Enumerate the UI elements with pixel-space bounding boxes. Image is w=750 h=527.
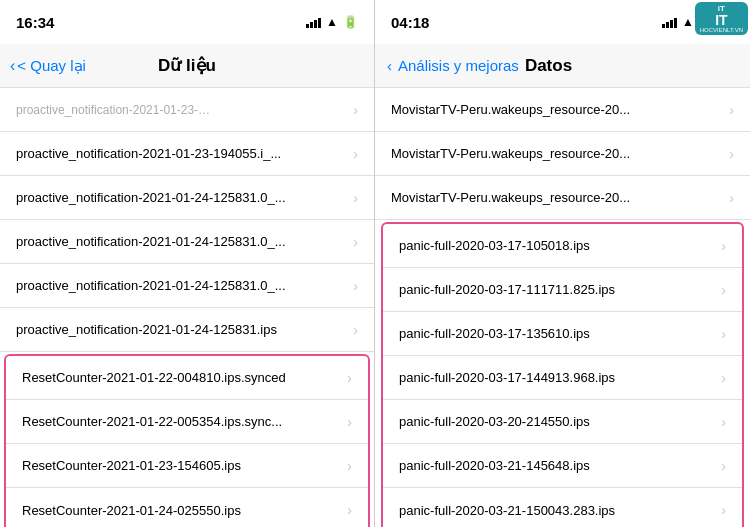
list-item-highlighted[interactable]: panic-full-2020-03-17-111711.825.ips › bbox=[383, 268, 742, 312]
list-item-text: proactive_notification-2021-01-23-194055… bbox=[16, 146, 347, 161]
list-item-text: panic-full-2020-03-20-214550.ips bbox=[399, 414, 715, 429]
list-item[interactable]: proactive_notification-2021-01-24-125831… bbox=[0, 176, 374, 220]
watermark-logo: IT bbox=[715, 13, 727, 27]
chevron-right-icon: › bbox=[721, 502, 726, 518]
chevron-left-icon-left: ‹ bbox=[10, 57, 15, 75]
list-item-highlighted[interactable]: panic-full-2020-03-17-144913.968.ips › bbox=[383, 356, 742, 400]
chevron-right-icon: › bbox=[347, 414, 352, 430]
signal-icon-left bbox=[306, 16, 321, 28]
battery-icon-left: 🔋 bbox=[343, 15, 358, 29]
list-item-text: ResetCounter-2021-01-24-025550.ips bbox=[22, 503, 341, 518]
chevron-right-icon: › bbox=[353, 190, 358, 206]
list-item-text: proactive_notification-2021-01-24-125831… bbox=[16, 322, 347, 337]
list-item-highlighted[interactable]: ResetCounter-2021-01-23-154605.ips › bbox=[6, 444, 368, 488]
right-panel: iT IT HOCVIENLT.VN 04:18 ▲ ⚡ 🔋 ‹ Análisi… bbox=[375, 0, 750, 527]
list-item-text: panic-full-2020-03-17-144913.968.ips bbox=[399, 370, 715, 385]
chevron-right-icon: › bbox=[729, 102, 734, 118]
wifi-icon-left: ▲ bbox=[326, 15, 338, 29]
chevron-right-icon: › bbox=[721, 414, 726, 430]
status-bar-right: 04:18 ▲ ⚡ 🔋 bbox=[375, 0, 750, 44]
status-time-right: 04:18 bbox=[391, 14, 429, 31]
nav-title-left: Dữ liệu bbox=[158, 55, 216, 76]
list-item-text: panic-full-2020-03-17-135610.ips bbox=[399, 326, 715, 341]
chevron-left-icon-right: ‹ bbox=[387, 57, 392, 74]
nav-title-right: Datos bbox=[525, 56, 572, 76]
list-right: MovistarTV-Peru.wakeups_resource-20... ›… bbox=[375, 88, 750, 527]
list-item[interactable]: MovistarTV-Peru.wakeups_resource-20... › bbox=[375, 88, 750, 132]
list-item-text: proactive_notification-2021-01-24-125831… bbox=[16, 278, 347, 293]
wifi-icon-right: ▲ bbox=[682, 15, 694, 29]
chevron-right-icon: › bbox=[729, 146, 734, 162]
list-item-highlighted[interactable]: ResetCounter-2021-01-22-004810.ips.synce… bbox=[6, 356, 368, 400]
chevron-right-icon: › bbox=[353, 278, 358, 294]
list-item-text: ResetCounter-2021-01-22-005354.ips.sync.… bbox=[22, 414, 341, 429]
chevron-right-icon: › bbox=[721, 326, 726, 342]
chevron-right-icon: › bbox=[721, 282, 726, 298]
signal-icon-right bbox=[662, 16, 677, 28]
list-item[interactable]: proactive_notification-2021-01-24-125831… bbox=[0, 308, 374, 352]
list-item-text: MovistarTV-Peru.wakeups_resource-20... bbox=[391, 190, 723, 205]
status-time-left: 16:34 bbox=[16, 14, 54, 31]
list-item[interactable]: MovistarTV-Peru.wakeups_resource-20... › bbox=[375, 176, 750, 220]
watermark: iT IT HOCVIENLT.VN bbox=[695, 2, 748, 35]
chevron-right-icon: › bbox=[347, 458, 352, 474]
list-item[interactable]: proactive_notification-2021-01-24-125831… bbox=[0, 220, 374, 264]
chevron-right-icon: › bbox=[353, 102, 358, 118]
watermark-site: HOCVIENLT.VN bbox=[700, 27, 743, 33]
list-item-text: proactive_notification-2021-01-24-125831… bbox=[16, 190, 347, 205]
status-icons-left: ▲ 🔋 bbox=[306, 15, 358, 29]
list-item-text: ResetCounter-2021-01-22-004810.ips.synce… bbox=[22, 370, 341, 385]
list-item-highlighted[interactable]: ResetCounter-2021-01-24-025550.ips › bbox=[6, 488, 368, 527]
chevron-right-icon: › bbox=[347, 370, 352, 386]
list-item-highlighted[interactable]: panic-full-2020-03-21-150043.283.ips › bbox=[383, 488, 742, 527]
nav-subtitle-right: Análisis y mejoras bbox=[398, 57, 519, 74]
list-item-highlighted[interactable]: panic-full-2020-03-20-214550.ips › bbox=[383, 400, 742, 444]
list-item-text: MovistarTV-Peru.wakeups_resource-20... bbox=[391, 146, 723, 161]
list-item-text: proactive_notification-2021-01-23-… bbox=[16, 103, 347, 117]
nav-bar-left: ‹ < Quay lại Dữ liệu bbox=[0, 44, 374, 88]
list-item-highlighted[interactable]: panic-full-2020-03-21-145648.ips › bbox=[383, 444, 742, 488]
chevron-right-icon: › bbox=[721, 370, 726, 386]
chevron-right-icon: › bbox=[347, 502, 352, 518]
highlight-group-left: ResetCounter-2021-01-22-004810.ips.synce… bbox=[4, 354, 370, 527]
nav-back-left-button[interactable]: ‹ < Quay lại bbox=[10, 57, 86, 75]
list-item[interactable]: MovistarTV-Peru.wakeups_resource-20... › bbox=[375, 132, 750, 176]
back-label-left: < Quay lại bbox=[17, 57, 86, 75]
highlight-group-right: panic-full-2020-03-17-105018.ips › panic… bbox=[381, 222, 744, 527]
list-left: proactive_notification-2021-01-23-… › pr… bbox=[0, 88, 374, 527]
list-item-text: MovistarTV-Peru.wakeups_resource-20... bbox=[391, 102, 723, 117]
chevron-right-icon: › bbox=[721, 238, 726, 254]
list-item[interactable]: proactive_notification-2021-01-24-125831… bbox=[0, 264, 374, 308]
nav-bar-right: ‹ Análisis y mejoras Datos bbox=[375, 44, 750, 88]
list-item-highlighted[interactable]: panic-full-2020-03-17-135610.ips › bbox=[383, 312, 742, 356]
chevron-right-icon: › bbox=[353, 146, 358, 162]
list-item-text: ResetCounter-2021-01-23-154605.ips bbox=[22, 458, 341, 473]
list-item-text: panic-full-2020-03-21-150043.283.ips bbox=[399, 503, 715, 518]
list-item-highlighted[interactable]: panic-full-2020-03-17-105018.ips › bbox=[383, 224, 742, 268]
chevron-right-icon: › bbox=[353, 322, 358, 338]
list-item-text: panic-full-2020-03-17-105018.ips bbox=[399, 238, 715, 253]
nav-back-right-button[interactable]: ‹ bbox=[387, 57, 392, 74]
status-bar-left: 16:34 ▲ 🔋 bbox=[0, 0, 374, 44]
list-item-text: panic-full-2020-03-17-111711.825.ips bbox=[399, 282, 715, 297]
list-item[interactable]: proactive_notification-2021-01-23-194055… bbox=[0, 132, 374, 176]
left-panel: 16:34 ▲ 🔋 ‹ < Quay lại Dữ liệu proactive… bbox=[0, 0, 375, 527]
list-item[interactable]: proactive_notification-2021-01-23-… › bbox=[0, 88, 374, 132]
list-item-highlighted[interactable]: ResetCounter-2021-01-22-005354.ips.sync.… bbox=[6, 400, 368, 444]
list-item-text: proactive_notification-2021-01-24-125831… bbox=[16, 234, 347, 249]
chevron-right-icon: › bbox=[353, 234, 358, 250]
chevron-right-icon: › bbox=[721, 458, 726, 474]
list-item-text: panic-full-2020-03-21-145648.ips bbox=[399, 458, 715, 473]
chevron-right-icon: › bbox=[729, 190, 734, 206]
